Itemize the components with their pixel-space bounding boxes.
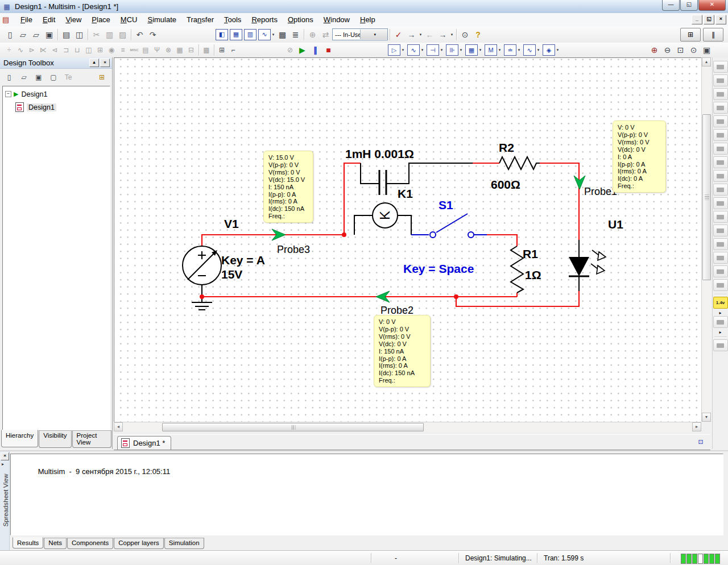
menu-reports[interactable]: Reports: [246, 14, 283, 26]
zoom-area-icon[interactable]: ⊡: [674, 44, 687, 56]
logic-analyzer-icon[interactable]: [713, 184, 728, 196]
analysis-dropdown-icon[interactable]: ▾: [536, 48, 541, 52]
probe-dropdown-icon[interactable]: ▸: [719, 310, 721, 316]
save-icon[interactable]: ▣: [43, 28, 56, 40]
export-to-pcb-icon[interactable]: →: [405, 28, 418, 40]
basic-group-icon[interactable]: ∿: [15, 45, 26, 56]
menu-view[interactable]: View: [60, 14, 86, 26]
print-icon[interactable]: ▤: [60, 28, 73, 40]
goto-parent-sheet-icon[interactable]: ⊡: [696, 437, 706, 446]
analysis-dropdown-icon[interactable]: ▾: [478, 48, 483, 52]
analysis-dropdown-icon[interactable]: ▾: [516, 48, 522, 52]
simulation-pause-button[interactable]: ∥: [703, 28, 723, 41]
menu-options[interactable]: Options: [283, 14, 318, 26]
v1-label[interactable]: V1: [224, 217, 239, 230]
minimize-icon[interactable]: —: [662, 0, 680, 11]
spreadsheet-close-icon[interactable]: ×: [1, 452, 9, 460]
stop-simulation-icon[interactable]: ■: [322, 44, 335, 56]
open-sample-icon[interactable]: ▱: [30, 28, 43, 40]
agilent-function-generator-icon[interactable]: [713, 252, 728, 264]
collapse-icon[interactable]: −: [5, 91, 11, 97]
tree-root-label[interactable]: Design1: [21, 90, 47, 98]
export-dropdown-icon[interactable]: ▾: [418, 32, 423, 37]
bode-plotter-icon[interactable]: [713, 129, 728, 141]
new-icon[interactable]: ▯: [3, 28, 16, 40]
grapher-dropdown-icon[interactable]: ▾: [271, 32, 276, 37]
distortion-analyzer-icon[interactable]: [713, 211, 728, 223]
tab-copper-layers[interactable]: Copper layers: [114, 538, 164, 549]
diode-group-icon[interactable]: ⊳: [26, 45, 38, 56]
k1-value-label[interactable]: 1mH 0.001Ω: [345, 147, 414, 160]
indicator-group-icon[interactable]: ◉: [106, 45, 117, 56]
menu-edit[interactable]: Edit: [38, 14, 60, 26]
zoom-out-icon[interactable]: ⊖: [661, 44, 674, 56]
analysis-dropdown-icon[interactable]: ▾: [420, 48, 425, 52]
labview-dropdown-icon[interactable]: ▸: [719, 330, 721, 335]
forward-annotate-icon[interactable]: →: [436, 28, 449, 40]
ttl-group-icon[interactable]: ⊐: [60, 45, 72, 56]
replace-component-icon[interactable]: ⇄: [319, 28, 332, 40]
title-bar[interactable]: ▦ Design1 - Multisim - [Design1 *] — ◱ ✕: [0, 0, 728, 14]
tab-components[interactable]: Components: [67, 538, 113, 549]
r2-value-label[interactable]: 600Ω: [491, 178, 520, 191]
hierarchical-block-icon[interactable]: ⊞: [216, 45, 228, 56]
misc-digital-group-icon[interactable]: ◫: [83, 45, 94, 56]
mdi-close-icon[interactable]: ×: [715, 15, 726, 24]
transient-analysis-icon[interactable]: ⊣: [427, 44, 439, 56]
back-annotate-icon[interactable]: ←: [423, 28, 436, 40]
tree-node-design-root[interactable]: − ▶ Design1: [3, 89, 110, 99]
panel-collapse-icon[interactable]: ▴: [89, 59, 99, 67]
tab-visibility[interactable]: Visibility: [39, 430, 71, 448]
tab-hierarchy[interactable]: Hierarchy: [1, 430, 38, 447]
labview-instrument-icon[interactable]: [713, 316, 728, 328]
design-toolbox-toggle-icon[interactable]: ◧: [216, 29, 228, 40]
function-generator-icon[interactable]: [713, 74, 728, 86]
u1-label[interactable]: U1: [608, 218, 623, 231]
electromechanical-group-icon[interactable]: ⊗: [163, 45, 174, 56]
current-clamp-icon[interactable]: [713, 339, 728, 351]
menu-place[interactable]: Place: [86, 14, 115, 26]
mcu-group-icon[interactable]: ▩: [201, 45, 212, 56]
spreadsheet-view-toggle-icon[interactable]: ▦: [230, 29, 242, 40]
other-analysis-icon[interactable]: ◈: [543, 44, 555, 56]
find-icon[interactable]: ⊙: [458, 28, 471, 40]
scroll-right-icon[interactable]: ▸: [692, 422, 701, 431]
tektronix-oscilloscope-icon[interactable]: [713, 279, 728, 291]
k1-label[interactable]: K1: [398, 187, 413, 200]
cut-icon[interactable]: ✂: [90, 28, 103, 40]
monte-carlo-icon[interactable]: M: [485, 44, 497, 56]
dc-sweep-analysis-icon[interactable]: ⊪: [446, 44, 458, 56]
ground-symbol[interactable]: [192, 302, 212, 310]
tree-node-design-sheet[interactable]: Design1: [15, 102, 110, 113]
cmos-group-icon[interactable]: ⊔: [72, 45, 83, 56]
copy-icon[interactable]: ▥: [103, 28, 116, 40]
in-use-list-dropdown-icon[interactable]: ▾: [360, 30, 388, 39]
s1-label[interactable]: S1: [439, 198, 453, 211]
mdi-minimize-icon[interactable]: _: [692, 15, 702, 24]
wire[interactable]: [202, 163, 579, 306]
menu-help[interactable]: Help: [355, 14, 380, 26]
analysis-dropdown-icon[interactable]: ▾: [497, 48, 502, 52]
network-analyzer-icon[interactable]: [713, 238, 728, 250]
iv-analyzer-icon[interactable]: [713, 197, 728, 209]
save-document-icon[interactable]: ▣: [33, 72, 44, 83]
analysis-dropdown-icon[interactable]: ▾: [400, 48, 406, 52]
print-preview-icon[interactable]: ◫: [73, 28, 86, 40]
transistor-group-icon[interactable]: ⋉: [38, 45, 49, 56]
scroll-up-icon[interactable]: ▴: [702, 57, 711, 67]
word-generator-icon[interactable]: [713, 156, 728, 168]
erc-check-icon[interactable]: ✓: [392, 28, 405, 40]
rf-group-icon[interactable]: Ψ: [151, 45, 163, 56]
database-manager-icon[interactable]: ▥: [244, 29, 257, 40]
resistor-r2[interactable]: [499, 157, 540, 169]
power-group-icon[interactable]: ≡: [117, 45, 129, 56]
four-channel-oscilloscope-icon[interactable]: [713, 115, 728, 127]
paste-icon[interactable]: ▨: [116, 28, 129, 40]
menu-file[interactable]: File: [15, 14, 38, 26]
v1-value-label[interactable]: 15V: [221, 268, 242, 281]
ac-analysis-icon[interactable]: ∿: [407, 44, 420, 56]
menu-mcu[interactable]: MCU: [115, 14, 143, 26]
multimeter-icon[interactable]: [713, 61, 728, 73]
vertical-scrollbar[interactable]: ▴ ▾: [701, 57, 711, 422]
frequency-counter-icon[interactable]: [713, 143, 728, 155]
